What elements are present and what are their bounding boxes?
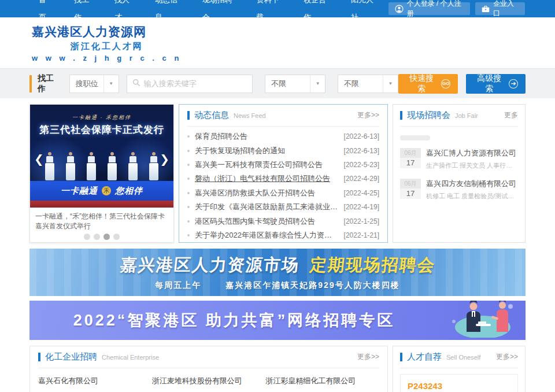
online-recruitment-banner[interactable]: 2022“智聚港区 助力共富”网络招聘专区 bbox=[29, 301, 526, 340]
banner1-title-yellow: 定期现场招聘会 bbox=[308, 254, 436, 277]
bullet-icon bbox=[187, 206, 190, 208]
news-item-date: [2022-4-29] bbox=[344, 175, 379, 183]
carousel-dots bbox=[30, 234, 173, 240]
slide-stage-floor bbox=[30, 201, 173, 208]
news-carousel: 一卡融通 · 禾您相伴 第三代社会保障卡正式发行 一卡融通 禾 您相伴 ❮ ❯ … bbox=[29, 104, 174, 243]
nav-item-news[interactable]: 动态信息 bbox=[145, 0, 193, 26]
talent-card-id[interactable]: P243243 bbox=[408, 381, 510, 391]
slide-people-graphic bbox=[30, 152, 173, 180]
carousel-dot-active[interactable] bbox=[103, 234, 110, 240]
job-fair-more-link[interactable]: 更多 bbox=[504, 110, 518, 120]
news-item-link[interactable]: 嘉兴美一瓦科技有限责任公司招聘公告 bbox=[195, 160, 338, 170]
news-item-link[interactable]: 关于恢复现场招聘会的通知 bbox=[195, 146, 338, 156]
news-list-item: 港区码头范围内集卡驾驶员招聘公告 [2022-1-25] bbox=[187, 214, 379, 228]
job-fair-item[interactable]: 06月 17 嘉兴四方友信制桶有限公司 机修工 电工 质量检验员/测试员 叉车.… bbox=[400, 179, 518, 201]
quick-search-button[interactable]: 快速搜索 GO bbox=[398, 74, 458, 94]
date-badge-day: 17 bbox=[400, 188, 421, 199]
carousel-dot[interactable] bbox=[113, 234, 120, 240]
job-fair-item-info: 嘉兴四方友信制桶有限公司 机修工 电工 质量检验员/测试员 叉车... bbox=[426, 179, 518, 201]
job-fair-title: 现场招聘会 bbox=[407, 110, 450, 121]
news-list-item: 磐动（浙江）电气科技有限公司招聘公告 [2022-4-29] bbox=[187, 172, 379, 186]
personal-login-button[interactable]: 个人登录 / 个人注册 bbox=[388, 2, 470, 15]
chemical-enterprise-header: 化工企业招聘 Chemical Enterprise 更多>> bbox=[38, 346, 379, 368]
quick-search-label: 快速搜索 bbox=[406, 73, 437, 94]
date-badge: 06月 17 bbox=[400, 179, 421, 201]
section-accent bbox=[400, 353, 402, 361]
job-fair-company: 嘉兴汇博人力资源有限公司 bbox=[426, 148, 518, 158]
search-category-select[interactable]: 搜职位 ▼ bbox=[69, 75, 119, 93]
search-filter1-select[interactable]: 不限 ▼ bbox=[265, 75, 325, 93]
nav-item-school-coop[interactable]: 校企合作 bbox=[294, 0, 341, 26]
chemical-company-row: 嘉兴石化有限公司 工艺员 设备管理 警卫（残疾工） 浙江麦堆科技股份有限公司 销… bbox=[38, 376, 379, 392]
news-item-link[interactable]: 关于举办2022年港区新春综合性人力资源暨春风... bbox=[195, 230, 338, 241]
chemical-company-link[interactable]: 浙江彩皇精细化工有限公司 bbox=[265, 376, 373, 386]
news-list-item: 嘉兴美一瓦科技有限责任公司招聘公告 [2022-5-23] bbox=[187, 158, 379, 172]
search-section-label: 找工作 bbox=[38, 73, 61, 94]
site-logo[interactable]: 嘉兴港区人力资源网 浙江化工人才网 w w w . z j h g r c . … bbox=[32, 24, 182, 62]
search-input-wrap bbox=[127, 75, 253, 93]
talent-subtitle: Sell Oneself bbox=[446, 354, 480, 361]
news-feed-panel: 动态信息 News Feed 更多>> 保育员招聘公告 [2022-6-13] … bbox=[179, 104, 388, 243]
advanced-search-button[interactable]: 高级搜索 ➔ bbox=[466, 74, 526, 94]
personal-login-label: 个人登录 / 个人注册 bbox=[407, 0, 464, 19]
news-list-item: 关于恢复现场招聘会的通知 [2022-6-13] bbox=[187, 143, 379, 157]
news-item-link[interactable]: 港区码头范围内集卡驾驶员招聘公告 bbox=[195, 216, 338, 227]
job-fair-banner[interactable]: 嘉兴港区人力资源市场 定期现场招聘会 每周五上午 嘉兴港区乍浦镇天妃路929号人… bbox=[29, 249, 526, 296]
news-item-link[interactable]: 嘉兴港区消防救援大队公开招聘公告 bbox=[195, 188, 338, 198]
news-list-item: 关于举办2022年港区新春综合性人力资源暨春风... [2022-1-21] bbox=[187, 228, 379, 242]
news-feed-subtitle: News Feed bbox=[234, 112, 266, 119]
news-list-item: 嘉兴港区消防救援大队公开招聘公告 [2022-4-25] bbox=[187, 186, 379, 200]
enterprise-entry-button[interactable]: 企业入口 bbox=[475, 2, 525, 15]
news-item-link[interactable]: 关于印发《嘉兴港区鼓励新员工来港就业补助操作... bbox=[195, 202, 338, 212]
search-input[interactable] bbox=[144, 79, 247, 88]
carousel-dot[interactable] bbox=[94, 234, 100, 240]
chemical-company-link[interactable]: 嘉兴石化有限公司 bbox=[38, 376, 146, 386]
banner1-title: 嘉兴港区人力资源市场 定期现场招聘会 bbox=[119, 254, 436, 277]
advanced-search-label: 高级搜索 bbox=[473, 73, 505, 94]
news-feed-more-link[interactable]: 更多>> bbox=[357, 110, 379, 120]
news-item-date: [2022-6-13] bbox=[344, 132, 379, 140]
chemical-company-link[interactable]: 浙江麦堆科技股份有限公司 bbox=[152, 376, 260, 386]
news-list-item: 保育员招聘公告 [2022-6-13] bbox=[187, 130, 379, 143]
slide-banner-left: 一卡融通 bbox=[61, 186, 98, 197]
talent-panel: 人才自荐 Sell Oneself 更多>> P243243 男 ｜ 嘉兴市->… bbox=[393, 346, 526, 392]
job-fair-item-info: 嘉兴汇博人力资源有限公司 生产操作工 报关文员 人事行政助理... bbox=[426, 148, 518, 170]
talent-card[interactable]: P243243 男 ｜ 嘉兴市->嘉兴港区 ｜ 八年以上 bbox=[400, 374, 518, 392]
chevron-right-icon[interactable]: ❯ bbox=[160, 153, 169, 165]
carousel-caption-link[interactable]: 一卡融通，“禾”您相伴！第三代社会保障卡嘉兴首发仪式举行 bbox=[30, 208, 173, 232]
site-url: w w w . z j h g r c . c n bbox=[32, 54, 182, 62]
talent-header: 人才自荐 Sell Oneself 更多>> bbox=[400, 346, 518, 368]
carousel-slide-image[interactable]: 一卡融通 · 禾您相伴 第三代社会保障卡正式发行 一卡融通 禾 您相伴 ❮ ❯ bbox=[30, 105, 173, 208]
nav-item-find-job[interactable]: 找工作 bbox=[64, 0, 105, 26]
news-item-date: [2022-4-19] bbox=[344, 203, 379, 211]
top-nav-bar: 首 页 找工作 找人才 动态信息 现场招聘会 资料下载 校企合作 阳光人社 个人… bbox=[0, 0, 555, 17]
search-filter2-value: 不限 bbox=[338, 79, 383, 89]
talent-more-link[interactable]: 更多>> bbox=[496, 352, 518, 362]
news-list: 保育员招聘公告 [2022-6-13] 关于恢复现场招聘会的通知 [2022-6… bbox=[187, 127, 379, 242]
job-fair-item[interactable]: 06月 17 嘉兴汇博人力资源有限公司 生产操作工 报关文员 人事行政助理... bbox=[400, 148, 518, 170]
chemical-enterprise-more-link[interactable]: 更多>> bbox=[357, 352, 379, 362]
main-nav: 首 页 找工作 找人才 动态信息 现场招聘会 资料下载 校企合作 阳光人社 bbox=[29, 0, 388, 26]
nav-item-job-fair[interactable]: 现场招聘会 bbox=[193, 0, 247, 26]
chemical-enterprise-subtitle: Chemical Enterprise bbox=[102, 354, 159, 361]
chemical-enterprise-title: 化工企业招聘 bbox=[45, 352, 97, 363]
search-filter2-select[interactable]: 不限 ▼ bbox=[338, 75, 398, 93]
main-content-row: 一卡融通 · 禾您相伴 第三代社会保障卡正式发行 一卡融通 禾 您相伴 ❮ ❯ … bbox=[29, 104, 526, 243]
carousel-dot[interactable] bbox=[84, 234, 90, 240]
bullet-icon bbox=[187, 220, 190, 223]
briefcase-icon bbox=[482, 5, 490, 13]
news-item-link[interactable]: 保育员招聘公告 bbox=[195, 131, 338, 142]
news-item-link-hovered[interactable]: 磐动（浙江）电气科技有限公司招聘公告 bbox=[195, 173, 338, 184]
slide-script-text: 一卡融通 · 禾您相伴 bbox=[30, 114, 173, 121]
chevron-down-icon: ▼ bbox=[103, 75, 119, 93]
search-category-value: 搜职位 bbox=[70, 79, 103, 89]
chevron-left-icon[interactable]: ❮ bbox=[34, 153, 44, 165]
job-fair-subtitle: Job Fair bbox=[455, 112, 478, 119]
nav-item-sunshine-hr[interactable]: 阳光人社 bbox=[341, 0, 388, 26]
bottom-content-row: 化工企业招聘 Chemical Enterprise 更多>> 嘉兴石化有限公司… bbox=[29, 346, 526, 392]
nav-item-downloads[interactable]: 资料下载 bbox=[246, 0, 294, 26]
job-fair-jobs: 机修工 电工 质量检验员/测试员 叉车... bbox=[426, 192, 518, 201]
nav-item-find-talent[interactable]: 找人才 bbox=[105, 0, 145, 26]
nav-item-home[interactable]: 首 页 bbox=[29, 0, 64, 26]
bullet-icon bbox=[187, 177, 190, 180]
